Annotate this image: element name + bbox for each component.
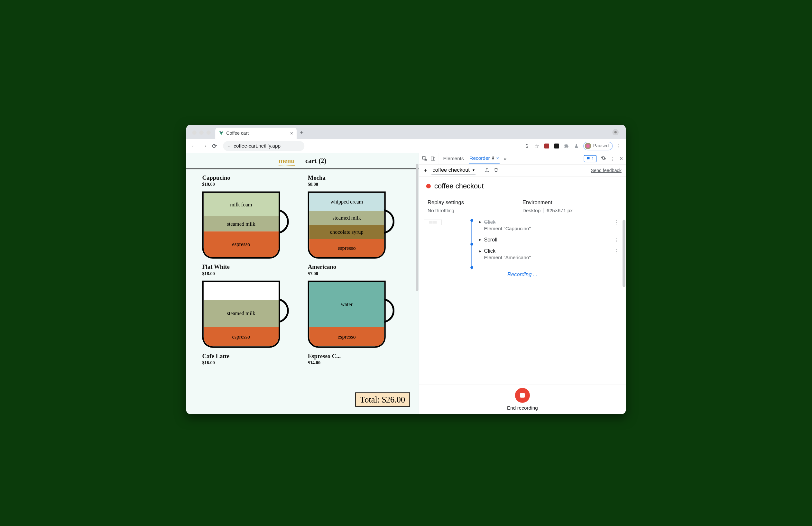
back-button[interactable]: ←	[190, 142, 198, 149]
recording-title-row: coffee checkout	[419, 177, 626, 195]
recorder-steps: ▸ Click Element "Cappucino" ⋮ ▸ Scroll ⋮…	[419, 218, 626, 385]
reload-button[interactable]: ⟳	[211, 142, 218, 150]
toolbar: ← → ⟳ ⌄ coffee-cart.netlify.app ☆ Paused	[186, 139, 626, 153]
tab-recorder[interactable]: Recorder ×	[469, 153, 499, 164]
extension-2-icon[interactable]	[554, 143, 560, 149]
divider	[480, 167, 480, 174]
step-thumbnail	[424, 220, 442, 225]
stop-recording-button[interactable]	[515, 388, 530, 403]
profile-paused-pill[interactable]: Paused	[583, 142, 612, 150]
share-icon[interactable]	[524, 143, 530, 149]
device-toggle-icon[interactable]	[431, 156, 436, 161]
replay-settings-heading: Replay settings	[427, 199, 522, 206]
layer-espresso: espresso	[204, 231, 279, 257]
expand-caret-icon[interactable]: ▸	[479, 237, 481, 242]
step-scroll[interactable]: ▸ Scroll ⋮	[479, 235, 619, 246]
layer-blank	[204, 282, 279, 300]
step-menu-icon[interactable]: ⋮	[614, 248, 619, 254]
new-tab-button[interactable]: +	[300, 129, 304, 139]
layer-milkfoam: milk foam	[204, 193, 279, 216]
environment-device: Desktop	[522, 208, 540, 214]
recorder-settings-row: Replay settings No throttling Environmen…	[419, 195, 626, 218]
timeline-dot	[470, 219, 473, 222]
coffee-name: Flat White	[202, 264, 297, 270]
messages-pill[interactable]: 1	[584, 155, 597, 162]
profile-badge-icon[interactable]	[612, 129, 619, 135]
divider	[543, 208, 544, 213]
devtools-panel: Elements Recorder × » 1 ⋮	[419, 153, 626, 414]
layer-espresso: espresso	[309, 327, 384, 346]
tab-elements[interactable]: Elements	[443, 153, 465, 164]
step-subtitle: Element "Cappucino"	[484, 226, 531, 231]
expand-caret-icon[interactable]: ▸	[479, 249, 481, 253]
coffee-item-americano: Americano $7.00 water espresso	[308, 264, 403, 349]
nav-menu-link[interactable]: menu	[279, 157, 295, 166]
inspect-element-icon[interactable]	[422, 156, 427, 161]
vue-icon	[219, 131, 223, 136]
coffee-mug-americano[interactable]: water espresso	[308, 281, 395, 349]
extensions-puzzle-icon[interactable]	[563, 143, 569, 149]
tab-title: Coffee cart	[226, 131, 249, 136]
toolbar-icons: ☆ Paused ⋮	[524, 142, 622, 150]
browser-menu-icon[interactable]: ⋮	[617, 143, 622, 149]
page-viewport: menu cart (2) Cappucino $19.00 milk foam…	[186, 153, 419, 414]
coffee-mug-cappucino[interactable]: milk foam steamed milk espresso	[202, 191, 289, 260]
new-recording-button[interactable]: +	[423, 167, 427, 174]
layer-whipped-cream: whipped cream	[309, 193, 384, 211]
step-subtitle: Element "Americano"	[484, 255, 531, 260]
environment-viewport: 625×671 px	[547, 208, 572, 214]
coffee-price: $8.00	[308, 182, 403, 187]
delete-icon[interactable]	[493, 167, 498, 174]
tab-close-icon[interactable]: ×	[496, 155, 499, 161]
bookmark-star-icon[interactable]: ☆	[534, 143, 540, 149]
coffee-price: $19.00	[202, 182, 297, 187]
step-menu-icon[interactable]: ⋮	[614, 219, 619, 225]
cart-total-button[interactable]: Total: $26.00	[355, 392, 410, 407]
coffee-name: Cappucino	[202, 175, 297, 181]
address-bar[interactable]: ⌄ coffee-cart.netlify.app	[223, 141, 304, 151]
export-icon[interactable]	[484, 167, 489, 174]
devtools-menu-icon[interactable]: ⋮	[610, 155, 615, 161]
avatar-icon	[584, 143, 591, 149]
browser-tab[interactable]: Coffee cart ×	[215, 127, 296, 139]
devtools-scrollbar[interactable]	[623, 220, 625, 287]
layer-espresso: espresso	[309, 239, 384, 257]
send-feedback-link[interactable]: Send feedback	[591, 168, 621, 173]
tab-recorder-label: Recorder	[469, 155, 490, 161]
nav-cart-link[interactable]: cart (2)	[305, 157, 327, 166]
settings-gear-icon[interactable]	[601, 155, 606, 162]
coffee-price: $16.00	[202, 360, 297, 365]
coffee-item-cappucino: Cappucino $19.00 milk foam steamed milk …	[202, 175, 297, 260]
tab-close-icon[interactable]: ×	[290, 130, 293, 136]
extension-1-icon[interactable]	[544, 143, 550, 149]
expand-caret-icon[interactable]: ▸	[479, 220, 481, 224]
messages-count: 1	[592, 156, 594, 161]
labs-flask-icon[interactable]	[573, 143, 579, 149]
page-scrollbar[interactable]	[416, 164, 419, 291]
site-chevron-icon[interactable]: ⌄	[228, 144, 231, 148]
recording-status: Recording ...	[426, 271, 619, 277]
svg-point-0	[614, 131, 617, 133]
tab-strip: Coffee cart × +	[186, 125, 626, 139]
coffee-item-mocha: Mocha $8.00 whipped cream steamed milk c…	[308, 175, 403, 260]
step-click-americano[interactable]: ▸ Click Element "Americano" ⋮	[479, 246, 619, 264]
coffee-item-flat-white: Flat White $18.00 steamed milk espresso	[202, 264, 297, 349]
devtools-close-icon[interactable]: ×	[620, 155, 623, 162]
traffic-light-minimize[interactable]	[200, 131, 204, 135]
forward-button[interactable]: →	[201, 142, 208, 149]
traffic-light-close[interactable]	[192, 131, 197, 135]
layer-espresso: espresso	[204, 327, 279, 346]
coffee-mug-flat-white[interactable]: steamed milk espresso	[202, 281, 289, 349]
step-click-cappucino[interactable]: ▸ Click Element "Cappucino" ⋮	[479, 218, 619, 235]
coffee-item-cafe-latte: Cafe Latte $16.00	[202, 353, 297, 365]
url-text: coffee-cart.netlify.app	[234, 143, 280, 149]
page-nav: menu cart (2)	[186, 153, 419, 169]
recording-dropdown[interactable]: coffee checkout ▾	[431, 166, 476, 175]
experimental-flask-icon	[491, 155, 495, 161]
step-menu-icon[interactable]: ⋮	[614, 237, 619, 242]
traffic-light-zoom[interactable]	[206, 131, 211, 135]
more-tabs-icon[interactable]: »	[504, 155, 507, 161]
coffee-mug-mocha[interactable]: whipped cream steamed milk chocolate syr…	[308, 191, 395, 260]
step-title: Scroll	[484, 237, 497, 243]
layer-water: water	[309, 282, 384, 327]
